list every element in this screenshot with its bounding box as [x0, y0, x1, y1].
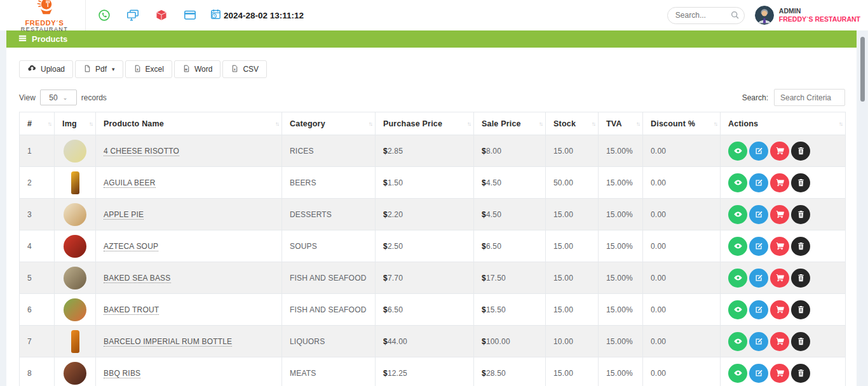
col-header-category[interactable]: Category↑↓ — [282, 112, 376, 135]
cart-button[interactable] — [770, 269, 789, 288]
product-name-link[interactable]: APPLE PIE — [104, 210, 144, 220]
product-name-link[interactable]: 4 CHEESE RISOTTO — [104, 147, 179, 156]
edit-button[interactable] — [749, 332, 768, 351]
avatar[interactable] — [755, 6, 774, 25]
row-number: 5 — [20, 262, 55, 294]
pdf-button[interactable]: Pdf ▾ — [75, 60, 123, 78]
col-header-actions[interactable]: Actions↑↓ — [721, 112, 846, 135]
eye-icon — [733, 368, 743, 378]
cart-button[interactable] — [770, 300, 789, 319]
sort-icon: ↑↓ — [89, 121, 92, 127]
category-cell: DESSERTS — [282, 199, 376, 230]
sale-price-cell: $15.50 — [474, 294, 546, 326]
view-button[interactable] — [728, 269, 747, 288]
edit-button[interactable] — [749, 173, 768, 192]
edit-button[interactable] — [749, 142, 768, 161]
trash-icon — [796, 146, 806, 156]
csv-button[interactable]: x CSV — [222, 60, 267, 78]
search-icon[interactable] — [730, 10, 740, 20]
brand-logo[interactable]: FREDDY´S RESTAURANT — [9, 0, 80, 33]
delete-button[interactable] — [791, 364, 810, 383]
risotto-image[interactable] — [64, 140, 86, 163]
col-header-img[interactable]: Img↑↓ — [55, 112, 96, 135]
monitors-icon[interactable] — [126, 8, 140, 22]
tva-cell: 15.00% — [599, 262, 643, 294]
cart-button[interactable] — [770, 173, 789, 192]
actions-group — [728, 332, 840, 351]
sort-icon: ↑↓ — [592, 121, 595, 127]
pdf-file-icon — [83, 64, 92, 75]
page-size-select[interactable]: 50 ⌄ — [40, 90, 77, 105]
actions-group — [728, 269, 840, 288]
delete-button[interactable] — [791, 173, 810, 192]
delete-button[interactable] — [791, 237, 810, 256]
sea-bass-image[interactable] — [64, 267, 86, 290]
product-name-link[interactable]: AGUILA BEER — [104, 178, 156, 188]
header-divider — [85, 0, 86, 30]
edit-button[interactable] — [749, 205, 768, 224]
apple-pie-image[interactable] — [64, 203, 86, 226]
view-button[interactable] — [728, 332, 747, 351]
product-name-link[interactable]: BAKED TROUT — [104, 305, 159, 315]
word-button[interactable]: w Word — [174, 60, 220, 78]
product-name-link[interactable]: AZTECA SOUP — [104, 242, 158, 251]
trout-image[interactable] — [64, 298, 86, 321]
view-button[interactable] — [728, 173, 747, 192]
azteca-soup-image[interactable] — [64, 235, 86, 258]
cart-button[interactable] — [770, 142, 789, 161]
excel-button[interactable]: x Excel — [125, 60, 172, 78]
vertical-scrollbar[interactable] — [859, 30, 867, 386]
upload-button[interactable]: Upload — [19, 60, 73, 78]
product-name-link[interactable]: BAKED SEA BASS — [104, 274, 171, 283]
whatsapp-icon[interactable] — [97, 8, 111, 22]
col-header-stock[interactable]: Stock↑↓ — [546, 112, 599, 135]
user-restaurant-name: FREDDY`S RESTAURANT — [779, 15, 860, 23]
user-menu[interactable]: ADMIN FREDDY`S RESTAURANT — [755, 6, 868, 25]
edit-button[interactable] — [749, 269, 768, 288]
col-header-tva[interactable]: TVA↑↓ — [599, 112, 643, 135]
col-header-product-name[interactable]: Producto Name↑↓ — [96, 112, 282, 135]
edit-button[interactable] — [749, 237, 768, 256]
edit-button[interactable] — [749, 300, 768, 319]
cart-button[interactable] — [770, 332, 789, 351]
view-button[interactable] — [728, 364, 747, 383]
delete-button[interactable] — [791, 269, 810, 288]
view-button[interactable] — [728, 237, 747, 256]
col-header-sale-price[interactable]: Sale Price↑↓ — [474, 112, 546, 135]
product-name-link[interactable]: BBQ RIBS — [104, 369, 140, 378]
stock-cell: 15.00 — [546, 357, 599, 386]
delete-button[interactable] — [791, 332, 810, 351]
cart-button[interactable] — [770, 364, 789, 383]
cart-button[interactable] — [770, 205, 789, 224]
beer-bottle-image[interactable] — [71, 171, 79, 194]
rum-bottle-image[interactable] — [71, 330, 79, 353]
cube-icon[interactable] — [154, 8, 168, 22]
sort-icon: ↑↓ — [369, 121, 372, 127]
trash-icon — [796, 178, 806, 187]
delete-button[interactable] — [791, 142, 810, 161]
delete-button[interactable] — [791, 205, 810, 224]
product-name-link[interactable]: BARCELO IMPERIAL RUM BOTTLE — [104, 337, 232, 347]
view-button[interactable] — [728, 205, 747, 224]
col-header-index[interactable]: #↑↓ — [20, 112, 55, 135]
view-button[interactable] — [728, 142, 747, 161]
eye-icon — [733, 210, 743, 219]
cart-icon — [775, 178, 785, 187]
top-header: FREDDY´S RESTAURANT 2024-28-02 13:11:12 — [0, 0, 868, 30]
table-search-input[interactable] — [774, 89, 845, 106]
scrollbar-thumb[interactable] — [860, 37, 865, 102]
tva-cell: 15.00% — [599, 167, 643, 199]
content-card: Upload Pdf ▾ x Excel w Word x CSV View — [6, 48, 857, 386]
category-cell: MEATS — [282, 357, 376, 386]
sort-icon: ↑↓ — [636, 121, 639, 127]
edit-button[interactable] — [749, 364, 768, 383]
col-header-purchase-price[interactable]: Purchase Price↑↓ — [376, 112, 474, 135]
bbq-ribs-image[interactable] — [64, 362, 86, 385]
col-header-discount[interactable]: Discount %↑↓ — [643, 112, 721, 135]
sort-icon: ↑↓ — [714, 121, 717, 127]
view-button[interactable] — [728, 300, 747, 319]
table-icon — [18, 34, 27, 45]
cart-button[interactable] — [770, 237, 789, 256]
delete-button[interactable] — [791, 300, 810, 319]
card-icon[interactable] — [183, 8, 197, 22]
